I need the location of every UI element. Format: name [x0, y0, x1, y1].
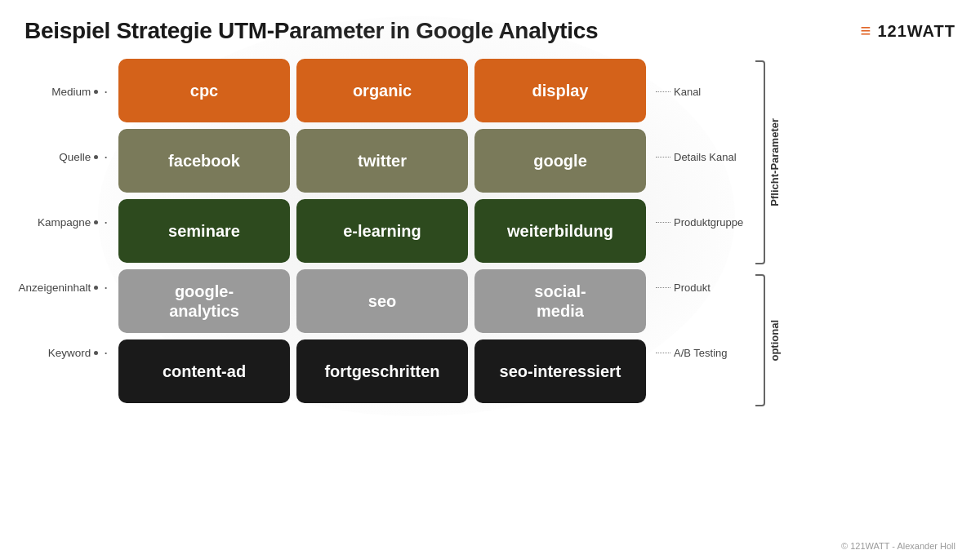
row-keyword: content-ad fortgeschritten seo-interessi… — [118, 339, 646, 403]
cell-weiterbildung: weiterbildung — [474, 199, 646, 263]
cell-content-ad: content-ad — [118, 339, 290, 403]
page-container: Beispiel Strategie UTM-Parameter in Goog… — [0, 0, 980, 559]
annotation-produkt: Produkt — [656, 255, 752, 320]
label-anzeigeninhalt: Anzeigeninhalt — [24, 255, 112, 320]
cell-social-media: social- media — [474, 269, 646, 333]
cell-seminare: seminare — [118, 199, 290, 263]
page-title: Beispiel Strategie UTM-Parameter in Goog… — [24, 18, 598, 44]
logo-icon: ≡ — [861, 20, 871, 42]
optional-bracket-group: optional — [755, 273, 781, 408]
label-quelle: Quelle — [24, 124, 112, 189]
cell-cpc: cpc — [118, 59, 290, 122]
cell-display: display — [474, 59, 646, 122]
pflicht-label: Pflicht-Parameter — [768, 118, 781, 206]
pflicht-bracket-group: Pflicht-Parameter — [755, 59, 781, 266]
label-kampagne: Kampagne — [24, 189, 112, 255]
logo: ≡ 121WATT — [861, 20, 956, 42]
annotation-ab-testing: A/B Testing — [656, 320, 752, 385]
annotation-details-kanal: Details Kanal — [656, 124, 752, 189]
logo-text: 121WATT — [877, 22, 956, 41]
cell-google-analytics: google- analytics — [118, 269, 290, 333]
cell-seo-interessiert: seo-interessiert — [474, 339, 646, 403]
annotation-produktgruppe: Produktgruppe — [656, 189, 752, 255]
annotation-kanal: Kanal — [656, 59, 752, 124]
cell-seo: seo — [296, 269, 468, 333]
row-kampagne: seminare e-learning weiterbildung — [118, 199, 646, 263]
header: Beispiel Strategie UTM-Parameter in Goog… — [24, 18, 956, 44]
footer: © 121WATT - Alexander Holl — [841, 541, 956, 551]
label-keyword: Keyword — [24, 320, 112, 385]
optional-label: optional — [768, 320, 781, 362]
cell-twitter: twitter — [296, 129, 468, 193]
cell-facebook: facebook — [118, 129, 290, 193]
cell-fortgeschritten: fortgeschritten — [296, 339, 468, 403]
row-quelle: facebook twitter google — [118, 129, 646, 193]
row-labels: Medium Quelle Kampagne Anzeigeninhalt — [24, 59, 118, 385]
row-anzeigeninhalt: google- analytics seo social- media — [118, 269, 646, 333]
annotations: Kanal Details Kanal Produktgruppe Produk… — [646, 59, 752, 385]
row-medium: cpc organic display — [118, 59, 646, 122]
cell-organic: organic — [296, 59, 468, 122]
label-medium: Medium — [24, 59, 112, 124]
cell-google: google — [474, 129, 646, 193]
utm-grid: cpc organic display facebook twitter go — [118, 59, 646, 403]
cell-elearning: e-learning — [296, 199, 468, 263]
